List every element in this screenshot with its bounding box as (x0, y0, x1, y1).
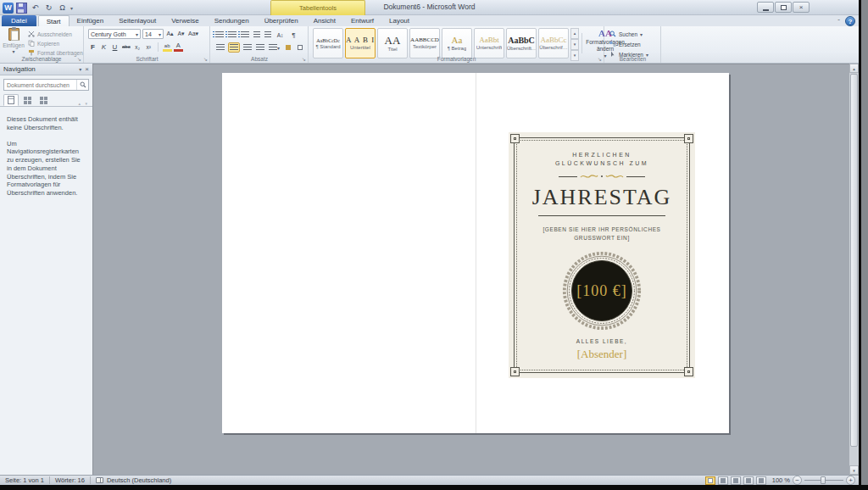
paste-dropdown-icon[interactable]: ▾ (3, 48, 25, 54)
amount-text[interactable]: [100 €] (561, 282, 643, 300)
copy-button[interactable]: Kopieren (28, 39, 83, 47)
document-page[interactable]: HERZLICHEN GLÜCKWUNSCH ZUM JAHRESTAG [GE… (222, 73, 729, 433)
search-input[interactable] (4, 82, 76, 88)
draft-view-button[interactable] (756, 476, 766, 485)
multilevel-list-icon[interactable] (241, 31, 249, 38)
style-unterschrift[interactable]: AaBbt Unterschrift (474, 28, 504, 58)
styles-dialog-launcher-icon[interactable]: ↘ (598, 56, 602, 62)
font-color-button[interactable]: A (174, 42, 183, 52)
tab-seitenlayout[interactable]: Seitenlayout (111, 15, 164, 26)
style-untertitel[interactable]: A A B I Untertitel (345, 28, 376, 58)
tab-layout[interactable]: Layout (381, 15, 417, 26)
grow-font-button[interactable]: A▴ (165, 29, 175, 39)
font-name-combo[interactable]: Century Goth▾ (88, 29, 141, 39)
browse-pages-tab[interactable] (19, 94, 35, 106)
paragraph-dialog-launcher-icon[interactable]: ↘ (302, 56, 306, 62)
tab-ueberpruefen[interactable]: Überprüfen (257, 15, 306, 26)
style-preview: AABBCCD (410, 37, 439, 43)
amount-seal[interactable]: [100 €] (561, 250, 643, 331)
web-layout-view-button[interactable] (731, 476, 741, 485)
language-indicator[interactable]: Deutsch (Deutschland) (91, 476, 176, 485)
borders-button[interactable] (295, 42, 304, 53)
document-area[interactable]: HERZLICHEN GLÜCKWUNSCH ZUM JAHRESTAG [GE… (93, 64, 849, 475)
scroll-down-icon[interactable]: ▾ (849, 465, 859, 475)
tab-datei[interactable]: Datei (2, 15, 36, 26)
increase-indent-icon[interactable] (264, 31, 271, 38)
anniversary-card[interactable]: HERZLICHEN GLÜCKWUNSCH ZUM JAHRESTAG [GE… (509, 132, 695, 378)
zoom-out-button[interactable]: − (793, 476, 802, 485)
style-textkoerper[interactable]: AABBCCD Textkörper (409, 28, 440, 58)
fullscreen-reading-view-button[interactable] (718, 476, 728, 485)
zoom-level[interactable]: 100 % (772, 476, 790, 484)
superscript-button[interactable]: x² (144, 42, 153, 52)
cut-button[interactable]: Ausschneiden (28, 30, 83, 38)
tab-start[interactable]: Start (38, 15, 70, 26)
browse-results-tab[interactable] (36, 94, 51, 106)
vertical-scrollbar[interactable]: ▴ ▾ (849, 64, 859, 475)
outline-view-button[interactable] (743, 476, 754, 485)
zoom-slider-thumb[interactable] (821, 476, 826, 484)
replace-button[interactable]: Ersetzen (609, 40, 648, 48)
zoom-in-button[interactable]: + (846, 476, 855, 485)
scissors-icon (28, 31, 35, 37)
word-count[interactable]: Wörter: 16 (50, 476, 90, 485)
pane-close-icon[interactable]: × (85, 65, 89, 73)
line-spacing-button[interactable]: ▾ (268, 42, 281, 53)
strikethrough-button[interactable]: abc (121, 42, 131, 52)
tab-ansicht[interactable]: Ansicht (306, 15, 343, 26)
search-magnifier-icon[interactable] (76, 80, 88, 90)
close-button[interactable]: × (793, 2, 810, 13)
result-nav-arrows[interactable]: ▴ ▾ (79, 101, 89, 106)
pilcrow-icon[interactable]: ¶ (289, 30, 298, 40)
page-indicator[interactable]: Seite: 1 von 1 (0, 476, 49, 485)
style-ueberschrift-1[interactable]: AaBbC Überschrift… (506, 28, 537, 58)
scroll-up-icon[interactable]: ▴ (849, 64, 859, 73)
minimize-button[interactable] (757, 2, 774, 13)
align-center-button[interactable] (228, 42, 240, 53)
subscript-button[interactable]: x₂ (133, 42, 142, 52)
style-standard[interactable]: AaBbCcDc ¶ Standard (313, 28, 343, 58)
shrink-font-button[interactable]: A▾ (176, 29, 186, 39)
bold-button[interactable]: F (88, 42, 97, 52)
sender-placeholder[interactable]: [Absender] (577, 348, 626, 361)
print-layout-view-button[interactable] (705, 476, 715, 485)
italic-button[interactable]: K (99, 42, 108, 52)
style-betrag[interactable]: Aa ¶ Betrag (442, 28, 472, 58)
font-dialog-launcher-icon[interactable]: ↘ (203, 56, 208, 62)
document-search-box[interactable] (3, 79, 89, 91)
minimize-ribbon-icon[interactable]: ˆ (837, 18, 840, 25)
align-left-button[interactable] (215, 42, 225, 53)
tab-einfuegen[interactable]: Einfügen (70, 15, 112, 26)
underline-button[interactable]: U (110, 42, 120, 52)
style-ueberschrift-2[interactable]: AaBbCc Überschrif… (538, 28, 569, 58)
pane-options-icon[interactable]: ▾ (79, 66, 81, 72)
greeting-placeholder[interactable]: [GEBEN SIE HIER IHR PERSÖNLICHES GRUSSWO… (534, 226, 670, 242)
group-editing-label: Bearbeiten (605, 56, 660, 62)
align-right-button[interactable] (242, 42, 253, 53)
scrollbar-thumb[interactable] (850, 74, 858, 447)
tab-sendungen[interactable]: Sendungen (207, 15, 257, 26)
restore-button[interactable] (775, 2, 792, 13)
clipboard-dialog-launcher-icon[interactable]: ↘ (77, 56, 81, 62)
decrease-indent-icon[interactable] (253, 31, 260, 38)
browse-headings-tab[interactable] (3, 94, 19, 106)
highlight-button[interactable]: ab (163, 42, 172, 52)
style-titel[interactable]: AA Titel (377, 28, 408, 58)
numbered-list-icon[interactable] (228, 31, 236, 38)
group-font-label: Schriftart (85, 56, 209, 62)
style-preview: AaBbC (508, 36, 535, 45)
tab-entwurf[interactable]: Entwurf (343, 15, 381, 26)
card-title[interactable]: JAHRESTAG (532, 185, 672, 210)
justify-button[interactable] (255, 42, 265, 53)
help-icon[interactable]: ? (845, 16, 855, 26)
change-case-button[interactable]: Aa▾ (187, 29, 199, 39)
font-size-combo[interactable]: 14▾ (142, 29, 164, 39)
find-button[interactable]: Suchen▾ (609, 30, 648, 38)
tab-verweise[interactable]: Verweise (164, 15, 206, 26)
bullet-list-icon[interactable] (215, 31, 224, 38)
gallery-up-icon[interactable]: ▴ (570, 28, 579, 39)
shading-button[interactable] (283, 42, 292, 53)
zoom-slider[interactable] (804, 480, 843, 481)
sort-icon[interactable]: A↕ (275, 30, 285, 40)
gallery-down-icon[interactable]: ▾ (570, 39, 579, 50)
